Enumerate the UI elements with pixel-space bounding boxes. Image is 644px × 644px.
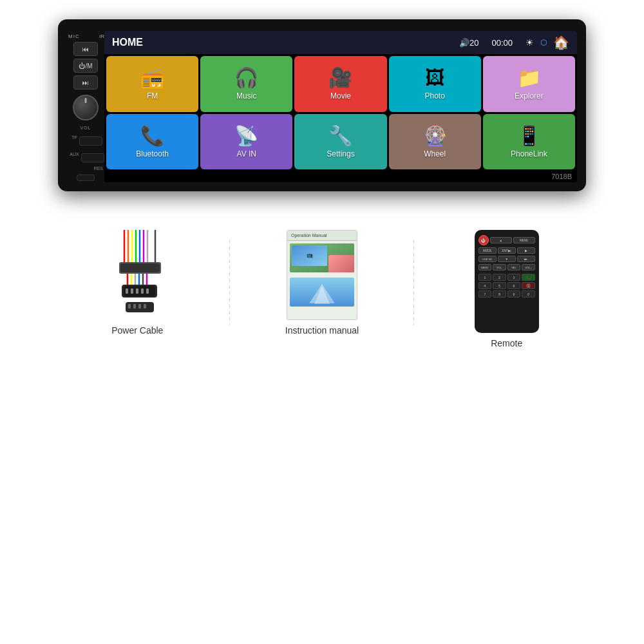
app-tile-wheel[interactable]: 🎡Wheel bbox=[389, 114, 481, 170]
remote-up-btn[interactable]: ▲ bbox=[490, 237, 512, 243]
remote-skip-btn[interactable]: ⏭ bbox=[517, 256, 535, 262]
tf-slot[interactable] bbox=[79, 137, 102, 146]
remote-num7[interactable]: 7 bbox=[478, 290, 492, 298]
app-label-bluetooth: Bluetooth bbox=[136, 149, 169, 158]
remote-voldown-btn[interactable]: VOL- bbox=[493, 264, 506, 270]
app-icon-explorer: 📁 bbox=[517, 68, 541, 88]
remote-num4[interactable]: 4 bbox=[478, 282, 492, 289]
remote-num8[interactable]: 8 bbox=[493, 290, 506, 298]
manual-label: Instruction manual bbox=[285, 325, 359, 336]
remote-band-btn[interactable]: BAND bbox=[478, 264, 492, 270]
model-number: 7018B bbox=[104, 171, 577, 182]
app-tile-photo[interactable]: 🖼Photo bbox=[389, 56, 481, 112]
app-tile-av_in[interactable]: 📡AV IN bbox=[200, 114, 292, 170]
app-label-wheel: Wheel bbox=[424, 149, 446, 158]
aux-slot[interactable] bbox=[81, 153, 104, 162]
remote-sel-btn[interactable]: SEL bbox=[507, 264, 521, 270]
remote-item: ⏻ ▲ MENU MODE ENT▶| ▶ USB SD ▼ ⏭ BAND VO… bbox=[414, 230, 599, 348]
vol-label: VOL bbox=[80, 126, 91, 130]
volume-icon: 🔊20 bbox=[459, 38, 478, 48]
app-tile-phonelink[interactable]: 📱PhoneLink bbox=[483, 114, 575, 170]
status-bar: HOME 🔊20 00:00 ☀ ⬡ 🏠 bbox=[104, 31, 577, 54]
res-label: RES bbox=[94, 166, 103, 171]
remote-down-btn[interactable]: ▼ bbox=[498, 256, 516, 262]
power-mode-button[interactable]: ⏻/M bbox=[73, 59, 98, 73]
stereo-reflection bbox=[58, 189, 586, 207]
app-icon-settings: 🔧 bbox=[328, 126, 352, 146]
remote-num0[interactable]: 0 bbox=[522, 290, 535, 298]
remote-num6[interactable]: 6 bbox=[507, 282, 521, 289]
tf-label: TF bbox=[71, 135, 77, 140]
svg-rect-19 bbox=[126, 289, 128, 294]
manual-cover-text: Operation Manual bbox=[287, 231, 357, 241]
remote-label: Remote bbox=[491, 338, 522, 348]
accessories-section: Power Cable Operation Manual 📺 Instructi… bbox=[32, 230, 612, 348]
volume-status: 🔊20 bbox=[459, 38, 478, 48]
manual-drawing: Operation Manual 📺 bbox=[287, 230, 357, 320]
manual-item: Operation Manual 📺 Instruction manual bbox=[230, 230, 415, 336]
app-tile-bluetooth[interactable]: 📞Bluetooth bbox=[106, 114, 198, 170]
app-label-phonelink: PhoneLink bbox=[511, 149, 547, 158]
svg-rect-20 bbox=[131, 289, 133, 294]
manual-image-2 bbox=[290, 278, 354, 307]
remote-num1[interactable]: 1 bbox=[478, 274, 492, 281]
app-tile-movie[interactable]: 🎥Movie bbox=[294, 56, 386, 112]
app-icon-photo: 🖼 bbox=[425, 68, 444, 88]
remote-num9[interactable]: 9 bbox=[507, 290, 521, 298]
brightness-icon: ☀ bbox=[526, 37, 534, 48]
app-label-settings: Settings bbox=[327, 149, 354, 158]
svg-rect-26 bbox=[133, 304, 136, 308]
app-tile-settings[interactable]: 🔧Settings bbox=[294, 114, 386, 170]
usb-slot[interactable] bbox=[77, 175, 95, 181]
time-display: 00:00 bbox=[491, 38, 513, 48]
home-button[interactable]: 🏠 bbox=[553, 35, 569, 50]
app-label-av_in: AV IN bbox=[237, 149, 256, 158]
svg-rect-25 bbox=[128, 304, 131, 308]
app-label-fm: FM bbox=[147, 91, 158, 100]
remote-numpad: 1 2 3 📞 4 5 6 📵 7 8 9 0 bbox=[478, 274, 535, 298]
svg-rect-28 bbox=[144, 304, 146, 308]
remote-power-btn[interactable]: ⏻ bbox=[478, 235, 489, 245]
svg-rect-18 bbox=[124, 286, 155, 296]
power-cable-item: Power Cable bbox=[45, 230, 230, 336]
remote-end-btn[interactable]: 📵 bbox=[522, 282, 535, 289]
app-icon-fm: 📻 bbox=[140, 68, 164, 88]
app-label-photo: Photo bbox=[425, 91, 445, 100]
app-tile-explorer[interactable]: 📁Explorer bbox=[483, 56, 575, 112]
remote-mode-btn[interactable]: MODE bbox=[478, 247, 497, 254]
home-label: HOME bbox=[112, 37, 459, 48]
remote-ent-btn[interactable]: ENT▶| bbox=[498, 247, 516, 254]
app-icon-wheel: 🎡 bbox=[423, 126, 447, 146]
prev-button[interactable]: ⏮ bbox=[73, 42, 98, 56]
app-label-explorer: Explorer bbox=[515, 91, 544, 100]
remote-num3[interactable]: 3 bbox=[507, 274, 521, 281]
remote-volup-btn[interactable]: VOL+ bbox=[522, 264, 535, 270]
app-label-music: Music bbox=[236, 91, 256, 100]
app-icon-movie: 🎥 bbox=[328, 68, 352, 88]
app-icon-av_in: 📡 bbox=[234, 126, 258, 146]
mic-label: MIC bbox=[68, 33, 80, 39]
remote-menu-btn[interactable]: MENU bbox=[513, 237, 535, 243]
status-icons: ☀ ⬡ bbox=[526, 37, 547, 48]
stereo-unit: MIC IR ⏮ ⏻/M ⏭ VOL TF AUX RES HOME bbox=[58, 19, 586, 191]
app-tile-fm[interactable]: 📻FM bbox=[106, 56, 198, 112]
remote-num5[interactable]: 5 bbox=[493, 282, 506, 289]
remote-right-btn[interactable]: ▶ bbox=[517, 247, 535, 254]
app-grid: 📻FM🎧Music🎥Movie🖼Photo📁Explorer📞Bluetooth… bbox=[104, 54, 577, 171]
app-tile-music[interactable]: 🎧Music bbox=[200, 56, 292, 112]
manual-image-1: 📺 bbox=[290, 243, 354, 272]
svg-rect-27 bbox=[138, 304, 141, 308]
remote-num2[interactable]: 2 bbox=[493, 274, 506, 281]
next-button[interactable]: ⏭ bbox=[73, 75, 98, 90]
svg-rect-10 bbox=[120, 263, 160, 272]
svg-rect-22 bbox=[141, 289, 144, 294]
remote-usb-btn[interactable]: USB SD bbox=[478, 256, 497, 262]
left-control-panel: MIC IR ⏮ ⏻/M ⏭ VOL TF AUX RES bbox=[67, 31, 104, 182]
volume-knob[interactable] bbox=[73, 95, 99, 120]
app-icon-music: 🎧 bbox=[234, 68, 258, 88]
remote-call-btn[interactable]: 📞 bbox=[522, 274, 535, 281]
aux-label: AUX bbox=[70, 152, 79, 156]
app-icon-bluetooth: 📞 bbox=[140, 126, 164, 146]
power-cable-drawing bbox=[105, 230, 169, 320]
bluetooth-status-icon: ⬡ bbox=[540, 38, 547, 47]
